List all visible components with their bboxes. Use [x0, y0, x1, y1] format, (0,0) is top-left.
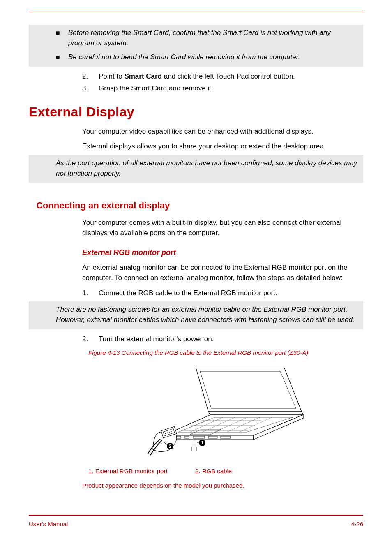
svg-marker-31	[164, 435, 254, 440]
footer-left: User's Manual	[29, 520, 68, 529]
note-text: As the port operation of all external mo…	[29, 155, 363, 183]
note-text: There are no fastening screws for an ext…	[29, 301, 363, 329]
step-number: 3.	[82, 83, 99, 94]
paragraph: External displays allows you to share yo…	[82, 141, 363, 152]
svg-rect-46	[191, 447, 196, 451]
step-number: 2.	[82, 72, 99, 82]
figure-illustration: 1 2	[82, 361, 363, 467]
footer-right: 4-26	[351, 520, 363, 529]
step-text: Point to Smart Card and click the left T…	[99, 72, 295, 82]
note-bullets: ■ Before removing the Smart Card, confir…	[56, 28, 358, 62]
step-text: Grasp the Smart Card and remove it.	[99, 83, 213, 94]
step-text: Turn the external monitor's power on.	[99, 334, 214, 345]
bullet-marker: ■	[56, 28, 68, 48]
svg-text:1: 1	[201, 440, 203, 445]
heading-connecting: Connecting an external display	[36, 199, 363, 212]
svg-marker-17	[208, 412, 303, 415]
step-number: 2.	[82, 334, 99, 345]
paragraph: Your computer video capabilities can be …	[82, 127, 363, 137]
paragraph: An external analog monitor can be connec…	[82, 263, 363, 283]
paragraph: Your computer comes with a built-in disp…	[82, 218, 363, 238]
step-number: 1.	[82, 288, 99, 298]
figure-legend-1: 1. External RGB monitor port	[88, 467, 195, 476]
step-text: Connect the RGB cable to the External RG…	[99, 288, 277, 298]
heading-rgb-port: External RGB monitor port	[82, 247, 363, 258]
heading-external-display: External Display	[29, 102, 363, 121]
figure-caption: Figure 4-13 Connecting the RGB cable to …	[88, 348, 363, 357]
product-appearance-note: Product appearance depends on the model …	[82, 481, 363, 490]
figure-legend-2: 2. RGB cable	[195, 467, 232, 476]
svg-text:2: 2	[169, 444, 171, 449]
svg-marker-16	[200, 371, 296, 408]
bullet-marker: ■	[56, 52, 68, 62]
note-text: Be careful not to bend the Smart Card wh…	[68, 52, 300, 62]
note-text: Before removing the Smart Card, confirm …	[68, 28, 358, 48]
